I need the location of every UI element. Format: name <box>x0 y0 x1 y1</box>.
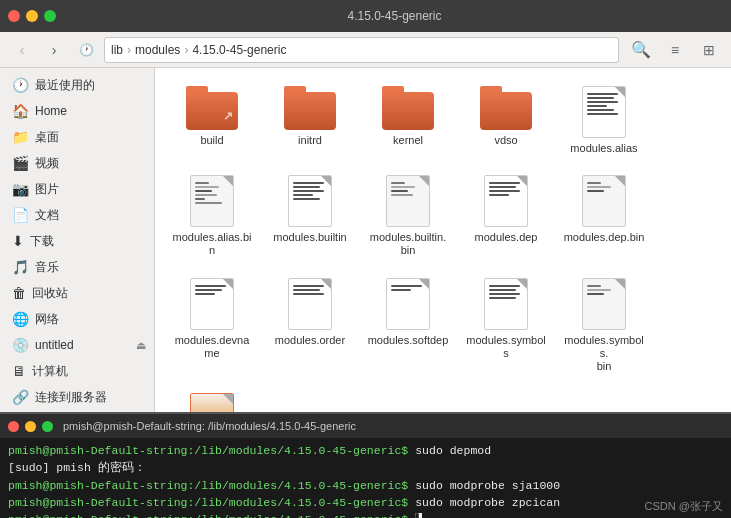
terminal-prompt: pmish@pmish-Default-string:/lib/modules/… <box>8 496 408 509</box>
file-item-modules-order[interactable]: modules.order <box>265 272 355 380</box>
file-name: vdso <box>494 134 517 147</box>
doc-icon <box>190 278 234 330</box>
file-item-build[interactable]: ↗ build <box>167 80 257 161</box>
sidebar-home-label: Home <box>35 104 67 118</box>
terminal-line-5: pmish@pmish-Default-string:/lib/modules/… <box>8 511 723 518</box>
file-item-modules-builtin-bin[interactable]: modules.builtin.bin <box>363 169 453 263</box>
terminal-maximize-button[interactable] <box>42 421 53 432</box>
terminal-prompt: pmish@pmish-Default-string:/lib/modules/… <box>8 479 408 492</box>
breadcrumb-sep1: › <box>127 43 131 57</box>
file-name: initrd <box>298 134 322 147</box>
sidebar-item-documents[interactable]: 📄 文档 <box>0 202 154 228</box>
file-manager: ‹ › 🕐 lib › modules › 4.15.0-45-generic … <box>0 32 731 412</box>
terminal-line-2: [sudo] pmish 的密码： <box>8 459 723 476</box>
terminal-minimize-button[interactable] <box>25 421 36 432</box>
eject-button[interactable]: ⏏ <box>136 339 146 352</box>
breadcrumb-version: 4.15.0-45-generic <box>192 43 286 57</box>
file-name: modules.softdep <box>368 334 449 347</box>
sidebar-item-home[interactable]: 🏠 Home <box>0 98 154 124</box>
doc-icon <box>190 393 234 412</box>
drive-icon: 💿 <box>12 337 29 353</box>
sidebar-connect-label: 连接到服务器 <box>35 389 107 406</box>
toolbar: ‹ › 🕐 lib › modules › 4.15.0-45-generic … <box>0 32 731 68</box>
grid-view-icon: ⊞ <box>703 42 715 58</box>
terminal-body[interactable]: pmish@pmish-Default-string:/lib/modules/… <box>0 438 731 518</box>
close-button[interactable] <box>8 10 20 22</box>
folder-icon <box>480 86 532 130</box>
desktop-icon: 📁 <box>12 129 29 145</box>
folder-icon <box>382 86 434 130</box>
file-item-initrd[interactable]: initrd <box>265 80 355 161</box>
terminal-command: sudo modprobe zpcican <box>415 496 560 509</box>
sidebar-item-untitled[interactable]: 💿 untitled ⏏ <box>0 332 154 358</box>
doc-icon <box>288 278 332 330</box>
sidebar: 🕐 最近使用的 🏠 Home 📁 桌面 🎬 视频 📷 图片 <box>0 68 155 412</box>
breadcrumb-sep2: › <box>184 43 188 57</box>
file-name: modules.order <box>275 334 345 347</box>
sidebar-desktop-label: 桌面 <box>35 129 59 146</box>
file-name: modules.alias.bin <box>171 231 253 257</box>
sidebar-item-desktop[interactable]: 📁 桌面 <box>0 124 154 150</box>
doc-icon <box>582 86 626 138</box>
sidebar-item-videos[interactable]: 🎬 视频 <box>0 150 154 176</box>
recent-icon: 🕐 <box>79 43 94 57</box>
file-item-modules-builtin[interactable]: modules.builtin <box>265 169 355 263</box>
sidebar-item-trash[interactable]: 🗑 回收站 <box>0 280 154 306</box>
file-item-modules-softdep[interactable]: modules.softdep <box>363 272 453 380</box>
minimize-button[interactable] <box>26 10 38 22</box>
sidebar-item-music[interactable]: 🎵 音乐 <box>0 254 154 280</box>
list-view-button[interactable]: ≡ <box>661 36 689 64</box>
back-button[interactable]: ‹ <box>8 36 36 64</box>
content-area: 🕐 最近使用的 🏠 Home 📁 桌面 🎬 视频 📷 图片 <box>0 68 731 412</box>
sidebar-item-downloads[interactable]: ⬇ 下载 <box>0 228 154 254</box>
breadcrumb[interactable]: lib › modules › 4.15.0-45-generic <box>104 37 619 63</box>
terminal-close-button[interactable] <box>8 421 19 432</box>
file-item-modules-symbols[interactable]: modules.symbols <box>461 272 551 380</box>
file-item-kernel[interactable]: kernel <box>363 80 453 161</box>
file-name: modules.symbols.bin <box>563 334 645 374</box>
sidebar-item-recent[interactable]: 🕐 最近使用的 <box>0 72 154 98</box>
terminal-line-1: pmish@pmish-Default-string:/lib/modules/… <box>8 442 723 459</box>
recent-button[interactable]: 🕐 <box>72 36 100 64</box>
sidebar-trash-label: 回收站 <box>32 285 68 302</box>
file-item-zpcican-ko[interactable]: zpcican.ko <box>167 387 257 412</box>
terminal-prompt: pmish@pmish-Default-string:/lib/modules/… <box>8 513 408 518</box>
file-name: modules.builtin <box>273 231 346 244</box>
doc-icon <box>288 175 332 227</box>
videos-icon: 🎬 <box>12 155 29 171</box>
grid-view-button[interactable]: ⊞ <box>695 36 723 64</box>
file-name: modules.symbols <box>465 334 547 360</box>
sidebar-item-computer[interactable]: 🖥 计算机 <box>0 358 154 384</box>
forward-icon: › <box>52 42 57 58</box>
file-item-modules-alias-bin[interactable]: modules.alias.bin <box>167 169 257 263</box>
watermark: CSDN @张子又 <box>645 499 723 514</box>
doc-icon <box>582 278 626 330</box>
file-name: modules.builtin.bin <box>367 231 449 257</box>
file-item-vdso[interactable]: vdso <box>461 80 551 161</box>
documents-icon: 📄 <box>12 207 29 223</box>
file-name: kernel <box>393 134 423 147</box>
terminal-prompt: pmish@pmish-Default-string:/lib/modules/… <box>8 444 408 457</box>
terminal-cursor: ▌ <box>415 513 422 518</box>
home-icon: 🏠 <box>12 103 29 119</box>
forward-button[interactable]: › <box>40 36 68 64</box>
doc-icon <box>484 278 528 330</box>
file-item-modules-dep[interactable]: modules.dep <box>461 169 551 263</box>
sidebar-downloads-label: 下载 <box>30 233 54 250</box>
window-controls[interactable] <box>8 10 56 22</box>
sidebar-item-connect[interactable]: 🔗 连接到服务器 <box>0 384 154 410</box>
file-item-modules-devname[interactable]: modules.devname <box>167 272 257 380</box>
file-grid: ↗ build initrd kernel <box>155 68 731 412</box>
file-item-modules-dep-bin[interactable]: modules.dep.bin <box>559 169 649 263</box>
terminal-command: sudo depmod <box>415 444 491 457</box>
connect-icon: 🔗 <box>12 389 29 405</box>
sidebar-item-pictures[interactable]: 📷 图片 <box>0 176 154 202</box>
maximize-button[interactable] <box>44 10 56 22</box>
recent-icon: 🕐 <box>12 77 29 93</box>
search-button[interactable]: 🔍 <box>627 36 655 64</box>
file-item-modules-symbols-bin[interactable]: modules.symbols.bin <box>559 272 649 380</box>
sidebar-item-network[interactable]: 🌐 网络 <box>0 306 154 332</box>
sidebar-network-label: 网络 <box>35 311 59 328</box>
file-item-modules-alias[interactable]: modules.alias <box>559 80 649 161</box>
folder-icon <box>284 86 336 130</box>
